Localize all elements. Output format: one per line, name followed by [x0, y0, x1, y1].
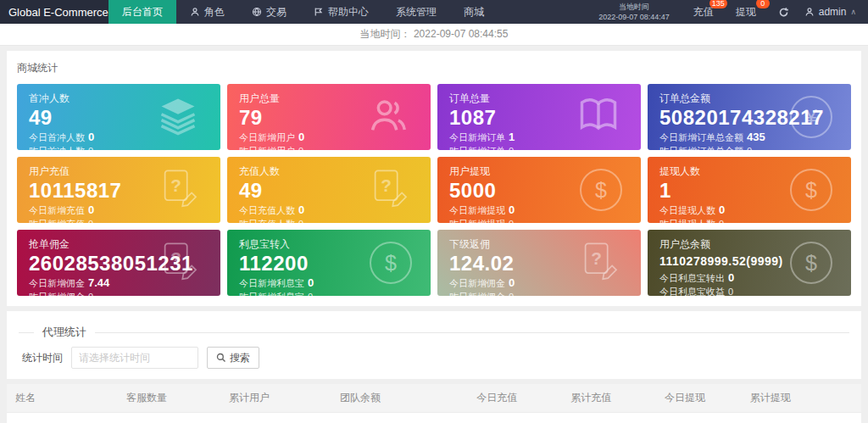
table-header-cell: 今日提现: [656, 384, 742, 413]
search-icon: [216, 353, 226, 363]
nav-item-label: 后台首页: [122, 5, 163, 19]
stats-panel: 商城统计 首冲人数49今日首冲人数0昨日首冲人数0用户总量79今日新增用户0昨日…: [7, 51, 861, 306]
globe-icon: [252, 7, 262, 17]
agent-panel: 代理统计 统计时间 搜索: [7, 311, 861, 379]
nav-item-3[interactable]: 帮助中心: [300, 0, 382, 24]
nav-item-label: 帮助中心: [328, 5, 369, 19]
nav-item-label: 角色: [204, 5, 225, 19]
agent-table: 姓名客服数量累计用户团队余额今日充值累计充值今日提现累计提现 ceshidail…: [7, 384, 861, 423]
dollar-circle-icon: $: [580, 169, 622, 211]
table-cell: 5000: [742, 413, 861, 423]
agent-table-panel: 姓名客服数量累计用户团队余额今日充值累计充值今日提现累计提现 ceshidail…: [7, 384, 861, 423]
stat-card-3: 订单总金额50820174328217今日新增订单总金额435昨日新增订单总金额…: [648, 84, 851, 150]
recharge-nav-item[interactable]: 充值 135: [693, 5, 714, 19]
stat-card-11: 用户总余额1110278999.52(9999)今日利息宝转出0今日利息宝收益0…: [648, 230, 851, 296]
stat-card-6: 用户提现5000今日新增提现0昨日新增提现0$: [437, 157, 641, 223]
recharge-label: 充值: [693, 6, 714, 18]
layers-icon: [154, 93, 202, 141]
yen-circle-icon: ¥: [790, 96, 832, 138]
nav-item-1[interactable]: 角色: [176, 0, 238, 24]
stats-cards: 首冲人数49今日首冲人数0昨日首冲人数0用户总量79今日新增用户0昨日新增用户0…: [17, 84, 851, 296]
stat-card-1: 用户总量79今日新增用户0昨日新增用户0: [227, 84, 431, 150]
stat-card-line2: 昨日新增佣金0: [29, 291, 209, 296]
user-icon: [804, 7, 815, 17]
user-icon: [190, 7, 200, 17]
local-time-bar: 当地时间： 2022-09-07 08:44:55: [0, 24, 868, 46]
search-button[interactable]: 搜索: [207, 347, 259, 369]
file-question-icon: ?: [578, 240, 622, 286]
stat-card-4: 用户充值10115817今日新增充值0昨日新增充值0?: [17, 157, 220, 223]
table-cell: 1: [118, 413, 220, 423]
agent-form: 统计时间 搜索: [22, 347, 849, 369]
table-header-cell: 姓名: [7, 384, 118, 413]
refresh-icon[interactable]: [778, 7, 789, 18]
nav-item-label: 商城: [464, 5, 484, 19]
stat-time-input[interactable]: [71, 347, 198, 369]
table-header-cell: 今日充值: [468, 384, 562, 413]
stat-card-line2: 昨日提现人数0: [659, 218, 839, 223]
stat-card-0: 首冲人数49今日首冲人数0昨日首冲人数0: [17, 84, 220, 150]
dollar-circle-icon: $: [790, 169, 832, 211]
agent-fieldset: 代理统计: [19, 325, 849, 340]
nav-item-label: 系统管理: [396, 5, 437, 19]
table-header-cell: 团队余额: [331, 384, 468, 413]
nav-item-4[interactable]: 系统管理: [382, 0, 450, 24]
table-header-cell: 客服数量: [118, 384, 220, 413]
dollar-circle-icon: $: [790, 242, 832, 284]
stat-card-10: 下级返佣124.02今日新增佣金0昨日新增佣金0?: [437, 230, 641, 296]
nav-item-2[interactable]: 交易: [238, 0, 300, 24]
svg-text:?: ?: [381, 175, 392, 195]
withdraw-badge: 0: [756, 0, 770, 8]
stat-card-line2: 昨日新增利息宝0: [239, 291, 419, 296]
navbar-right: 当地时间 2022-09-07 08:44:47 充值 135 提现 0 adm…: [590, 0, 868, 24]
top-navbar: Global E-Commerce... 后台首页角色交易帮助中心系统管理商城 …: [0, 0, 868, 24]
stat-card-2: 订单总量1087今日新增订单1昨日新增订单0: [437, 84, 641, 150]
nav-menu: 后台首页角色交易帮助中心系统管理商城: [108, 0, 498, 24]
stat-card-line2: 昨日首冲人数0: [29, 145, 209, 150]
nav-item-5[interactable]: 商城: [450, 0, 498, 24]
local-time-value: 2022-09-07 08:44:47: [598, 12, 670, 22]
stat-time-label: 统计时间: [22, 351, 63, 365]
stat-card-line2: 昨日充值人数0: [239, 218, 419, 223]
local-time-text: 当地时间： 2022-09-07 08:44:55: [360, 27, 509, 42]
stat-card-line2: 昨日新增用户0: [239, 145, 419, 150]
file-question-icon: ?: [368, 167, 412, 213]
table-header-cell: 累计充值: [562, 384, 656, 413]
table-body: ceshidaili151110145506.540850005000ceshi…: [7, 413, 861, 423]
chevron-up-icon: ∧: [850, 8, 856, 16]
table-row: ceshidaili151110145506.540850005000: [7, 413, 861, 423]
table-cell: 8500: [562, 413, 656, 423]
stat-card-line2: 昨日新增提现0: [449, 218, 629, 223]
nav-item-0[interactable]: 后台首页: [108, 0, 176, 24]
users-icon: [364, 93, 412, 141]
agent-section-title: 代理统计: [34, 325, 95, 340]
recharge-badge: 135: [709, 0, 727, 8]
search-button-label: 搜索: [230, 351, 250, 365]
table-cell: 0: [656, 413, 742, 423]
book-icon: [575, 93, 622, 141]
svg-text:?: ?: [170, 175, 181, 195]
user-menu[interactable]: admin ∧: [804, 6, 856, 18]
table-header-cell: 累计用户: [220, 384, 331, 413]
file-question-icon: ?: [158, 167, 202, 213]
stat-card-line2: 昨日新增佣金0: [449, 291, 629, 296]
flag-icon: [314, 7, 324, 17]
local-time-block: 当地时间 2022-09-07 08:44:47: [590, 2, 678, 22]
stat-card-line2: 昨日新增订单总金额0: [659, 145, 839, 150]
table-cell: ceshidaili: [7, 413, 118, 423]
table-cell: 0: [468, 413, 562, 423]
stat-card-7: 提现人数1今日提现人数0昨日提现人数0$: [648, 157, 851, 223]
stat-card-line2: 今日利息宝收益0: [659, 286, 839, 296]
dollar-circle-icon: $: [370, 242, 412, 284]
stat-card-8: 抢单佣金26028538051231今日新增佣金7.44昨日新增佣金0?: [17, 230, 220, 296]
table-cell: 5: [220, 413, 331, 423]
stat-card-9: 利息宝转入112200今日新增利息宝0昨日新增利息宝0$: [227, 230, 431, 296]
stat-card-line2: 昨日新增订单0: [449, 145, 629, 150]
table-header-cell: 累计提现: [742, 384, 861, 413]
table-header-row: 姓名客服数量累计用户团队余额今日充值累计充值今日提现累计提现: [7, 384, 861, 413]
username: admin: [819, 6, 847, 18]
withdraw-label: 提现: [736, 6, 756, 18]
table-cell: 1110145506.54: [331, 413, 468, 423]
stat-card-line2: 昨日新增充值0: [29, 218, 209, 223]
withdraw-nav-item[interactable]: 提现 0: [736, 5, 756, 19]
